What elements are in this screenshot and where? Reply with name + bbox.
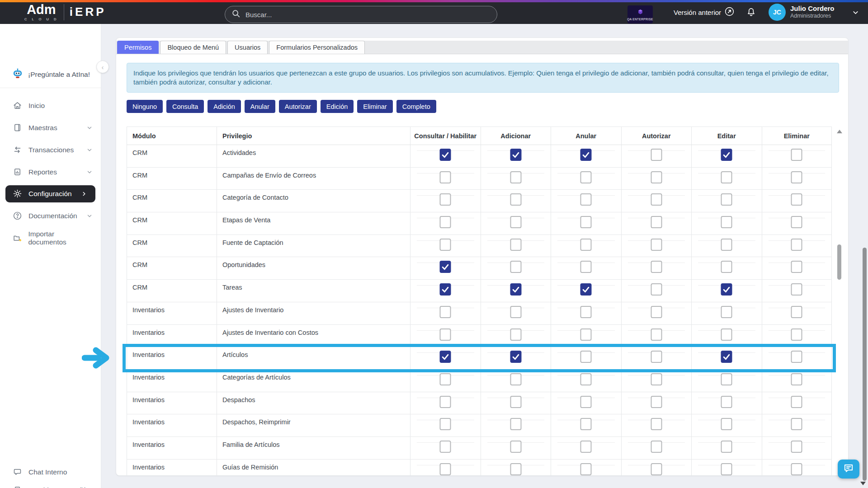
checkbox-anular[interactable]	[580, 418, 592, 430]
checkbox-consultar-habilitar[interactable]	[440, 193, 451, 206]
checkbox-eliminar[interactable]	[791, 441, 802, 453]
checkbox-consultar-habilitar[interactable]	[440, 283, 451, 296]
checkbox-autorizar[interactable]	[651, 373, 662, 385]
checkbox-eliminar[interactable]	[791, 396, 802, 408]
checkbox-anular[interactable]	[580, 283, 592, 296]
checkbox-consultar-habilitar[interactable]	[440, 171, 451, 183]
checkbox-editar[interactable]	[721, 193, 732, 206]
checkbox-adicionar[interactable]	[510, 373, 521, 385]
sidebar-collapse-button[interactable]: ‹	[96, 61, 109, 73]
checkbox-consultar-habilitar[interactable]	[440, 149, 451, 161]
sidebar-item-reportes[interactable]: Reportes	[0, 161, 101, 183]
global-search[interactable]	[225, 6, 497, 23]
checkbox-anular[interactable]	[580, 261, 592, 273]
checkbox-consultar-habilitar[interactable]	[440, 306, 451, 318]
checkbox-consultar-habilitar[interactable]	[440, 328, 451, 341]
checkbox-autorizar[interactable]	[651, 351, 662, 363]
bulk-button-edicion[interactable]: Edición	[321, 100, 354, 113]
checkbox-autorizar[interactable]	[651, 396, 662, 408]
checkbox-anular[interactable]	[580, 171, 592, 183]
checkbox-autorizar[interactable]	[651, 328, 662, 341]
checkbox-editar[interactable]	[721, 441, 732, 453]
checkbox-consultar-habilitar[interactable]	[440, 441, 451, 453]
checkbox-autorizar[interactable]	[651, 418, 662, 430]
checkbox-anular[interactable]	[580, 396, 592, 408]
user-menu-chevron-icon[interactable]	[852, 9, 859, 18]
checkbox-editar[interactable]	[721, 216, 732, 228]
checkbox-autorizar[interactable]	[651, 171, 662, 183]
checkbox-adicionar[interactable]	[510, 283, 521, 296]
checkbox-adicionar[interactable]	[510, 193, 521, 206]
checkbox-eliminar[interactable]	[791, 351, 802, 363]
checkbox-anular[interactable]	[580, 463, 592, 475]
app-logo[interactable]: Adm C L O U D iERP	[24, 3, 106, 21]
sidebar-assistant[interactable]: ¡Pregúntale a AtIna!	[0, 66, 101, 83]
sidebar-item-cambiar-compania[interactable]: Cambiar Compañía	[0, 481, 101, 488]
page-scrollbar-thumb[interactable]	[863, 248, 867, 481]
checkbox-editar[interactable]	[721, 351, 732, 363]
checkbox-autorizar[interactable]	[651, 283, 662, 296]
checkbox-eliminar[interactable]	[791, 328, 802, 341]
checkbox-anular[interactable]	[580, 216, 592, 228]
checkbox-eliminar[interactable]	[791, 239, 802, 251]
checkbox-editar[interactable]	[721, 418, 732, 430]
checkbox-anular[interactable]	[580, 306, 592, 318]
checkbox-adicionar[interactable]	[510, 441, 521, 453]
tab-formularios-personalizados[interactable]: Formularios Personalizados	[269, 41, 365, 54]
checkbox-adicionar[interactable]	[510, 149, 521, 161]
checkbox-editar[interactable]	[721, 463, 732, 475]
checkbox-autorizar[interactable]	[651, 216, 662, 228]
checkbox-editar[interactable]	[721, 261, 732, 273]
checkbox-anular[interactable]	[580, 193, 592, 206]
sidebar-item-chat-interno[interactable]: Chat Interno	[0, 463, 101, 481]
checkbox-editar[interactable]	[721, 171, 732, 183]
sidebar-item-configuracion[interactable]: Configuración	[5, 185, 95, 202]
checkbox-autorizar[interactable]	[651, 306, 662, 318]
checkbox-eliminar[interactable]	[791, 418, 802, 430]
checkbox-consultar-habilitar[interactable]	[440, 396, 451, 408]
checkbox-eliminar[interactable]	[791, 171, 802, 183]
checkbox-anular[interactable]	[580, 351, 592, 363]
bulk-button-ninguno[interactable]: Ninguno	[127, 100, 163, 113]
checkbox-eliminar[interactable]	[791, 306, 802, 318]
table-scrollbar-thumb[interactable]	[837, 244, 841, 280]
checkbox-anular[interactable]	[580, 149, 592, 161]
checkbox-adicionar[interactable]	[510, 171, 521, 183]
checkbox-editar[interactable]	[721, 306, 732, 318]
support-chat-button[interactable]	[838, 460, 859, 479]
sidebar-item-transacciones[interactable]: Transacciones	[0, 139, 101, 161]
checkbox-adicionar[interactable]	[510, 328, 521, 341]
checkbox-adicionar[interactable]	[510, 239, 521, 251]
checkbox-eliminar[interactable]	[791, 193, 802, 206]
sidebar-item-documentacion[interactable]: Documentación	[0, 205, 101, 227]
checkbox-adicionar[interactable]	[510, 261, 521, 273]
user-info[interactable]: Julio Cordero Administradores	[790, 5, 835, 19]
bulk-button-adicion[interactable]: Adición	[208, 100, 241, 113]
checkbox-consultar-habilitar[interactable]	[440, 261, 451, 273]
checkbox-consultar-habilitar[interactable]	[440, 239, 451, 251]
sidebar-item-inicio[interactable]: Inicio	[0, 94, 101, 117]
checkbox-anular[interactable]	[580, 239, 592, 251]
checkbox-anular[interactable]	[580, 328, 592, 341]
tab-permisos[interactable]: Permisos	[117, 41, 159, 54]
user-avatar[interactable]: JC	[769, 4, 786, 21]
checkbox-eliminar[interactable]	[791, 216, 802, 228]
checkbox-consultar-habilitar[interactable]	[440, 463, 451, 475]
table-scroll-up-icon[interactable]	[837, 130, 842, 133]
checkbox-consultar-habilitar[interactable]	[440, 373, 451, 385]
search-input[interactable]	[245, 10, 491, 19]
sidebar-item-maestras[interactable]: Maestras	[0, 117, 101, 139]
bulk-button-completo[interactable]: Completo	[396, 100, 436, 113]
checkbox-consultar-habilitar[interactable]	[440, 216, 451, 228]
checkbox-adicionar[interactable]	[510, 396, 521, 408]
checkbox-editar[interactable]	[721, 283, 732, 296]
checkbox-adicionar[interactable]	[510, 351, 521, 363]
checkbox-autorizar[interactable]	[651, 463, 662, 475]
checkbox-editar[interactable]	[721, 149, 732, 161]
checkbox-anular[interactable]	[580, 441, 592, 453]
checkbox-autorizar[interactable]	[651, 239, 662, 251]
checkbox-eliminar[interactable]	[791, 149, 802, 161]
checkbox-autorizar[interactable]	[651, 193, 662, 206]
checkbox-consultar-habilitar[interactable]	[440, 418, 451, 430]
page-scroll-down-icon[interactable]	[860, 482, 866, 485]
